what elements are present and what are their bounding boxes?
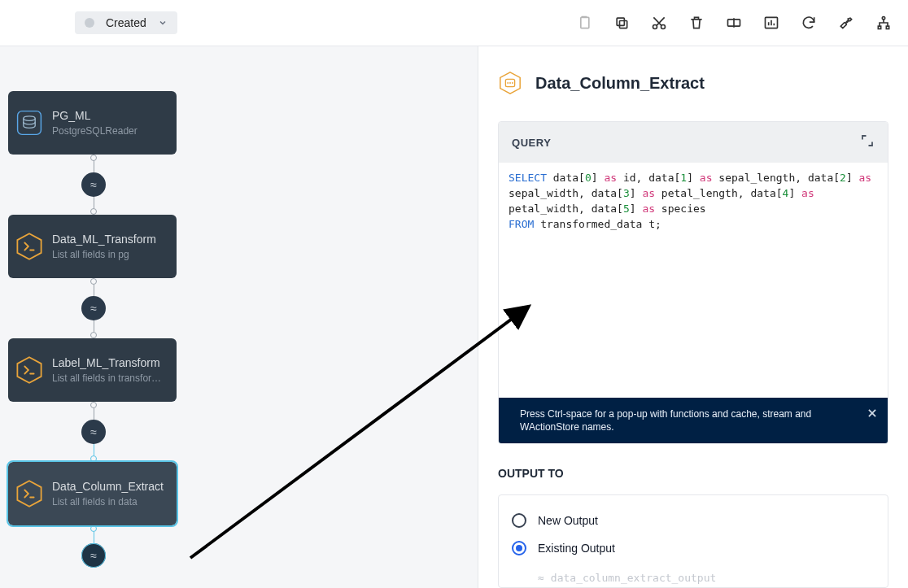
- cut-icon[interactable]: [651, 15, 667, 31]
- svg-rect-2: [617, 18, 624, 25]
- svg-point-7: [882, 17, 884, 20]
- svg-point-4: [661, 25, 666, 29]
- radio-icon: [512, 513, 526, 528]
- node-subtitle: List all fields in pg: [52, 249, 156, 260]
- delete-icon[interactable]: [688, 15, 705, 31]
- editor-tip-text: Press Ctrl-space for a pop-up with funct…: [520, 408, 811, 433]
- svg-point-19: [512, 82, 513, 84]
- wrench-icon[interactable]: [838, 15, 854, 31]
- output-to-label: OUTPUT TO: [498, 467, 888, 480]
- svg-point-3: [653, 25, 657, 29]
- chart-icon[interactable]: [763, 15, 779, 31]
- flow-connector: ≈: [8, 402, 179, 462]
- toolbar-icon-group: [576, 15, 892, 31]
- svg-rect-0: [581, 17, 589, 28]
- node-type-icon: [498, 71, 522, 95]
- radio-icon: [512, 541, 526, 555]
- status-indicator-dot: [85, 18, 94, 28]
- expand-icon[interactable]: [860, 133, 875, 151]
- existing-output-value: ≈data_column_extract_output: [512, 565, 875, 584]
- node-subtitle: PostgreSQLReader: [52, 125, 138, 137]
- pipeline-canvas[interactable]: PG_ML PostgreSQLReader ≈ Data_ML_Transfo…: [0, 46, 478, 588]
- svg-point-18: [509, 82, 511, 84]
- radio-label: Existing Output: [538, 542, 615, 555]
- pipeline-node[interactable]: Data_ML_Transform List all fields in pg: [8, 215, 177, 278]
- database-icon: [15, 108, 44, 137]
- output-selection: New Output Existing Output ≈data_column_…: [498, 494, 888, 588]
- hierarchy-icon[interactable]: [875, 15, 892, 31]
- svg-rect-8: [878, 26, 880, 28]
- transform-icon: [15, 232, 44, 261]
- node-title: Label_ML_Transform: [52, 356, 161, 369]
- node-title: Data_ML_Transform: [52, 233, 156, 246]
- flow-connector: ≈: [8, 525, 179, 568]
- status-dropdown[interactable]: Created: [75, 11, 177, 34]
- copy-icon[interactable]: [613, 15, 630, 31]
- radio-existing-output[interactable]: Existing Output: [512, 534, 875, 562]
- rename-icon[interactable]: [726, 15, 742, 31]
- node-title: PG_ML: [52, 109, 138, 122]
- chevron-down-icon: [158, 18, 168, 28]
- query-editor[interactable]: SELECT data[0] as id, data[1] as sepal_l…: [499, 163, 888, 398]
- query-section: QUERY SELECT data[0] as id, data[1] as s…: [498, 121, 888, 444]
- pipeline-node[interactable]: Data_Column_Extract List all fields in d…: [8, 462, 177, 525]
- radio-new-output[interactable]: New Output: [512, 507, 875, 534]
- node-title: Data_Column_Extract: [52, 480, 164, 493]
- panel-title: Data_Column_Extract: [535, 74, 705, 93]
- svg-point-11: [24, 116, 35, 120]
- svg-rect-10: [18, 111, 41, 135]
- flow-connector: ≈: [8, 278, 179, 338]
- topbar: Created: [0, 0, 908, 46]
- flow-connector: ≈: [8, 155, 179, 215]
- svg-point-17: [507, 82, 509, 84]
- refresh-icon[interactable]: [801, 15, 817, 31]
- node-subtitle: List all fields in data: [52, 496, 164, 507]
- transform-icon: [15, 479, 44, 508]
- properties-panel: Data_Column_Extract QUERY SELECT data[0]…: [478, 46, 908, 588]
- editor-tip: Press Ctrl-space for a pop-up with funct…: [499, 398, 888, 443]
- query-label: QUERY: [512, 137, 551, 149]
- status-label: Created: [106, 16, 146, 29]
- transform-icon: [15, 355, 44, 385]
- node-subtitle: List all fields in transfor…: [52, 372, 161, 384]
- pipeline-node[interactable]: PG_ML PostgreSQLReader: [8, 91, 177, 155]
- radio-label: New Output: [538, 514, 598, 527]
- pipeline-node[interactable]: Label_ML_Transform List all fields in tr…: [8, 338, 177, 402]
- svg-rect-9: [886, 26, 888, 28]
- close-icon[interactable]: [867, 407, 878, 422]
- paste-icon[interactable]: [576, 15, 592, 31]
- svg-rect-1: [620, 21, 627, 28]
